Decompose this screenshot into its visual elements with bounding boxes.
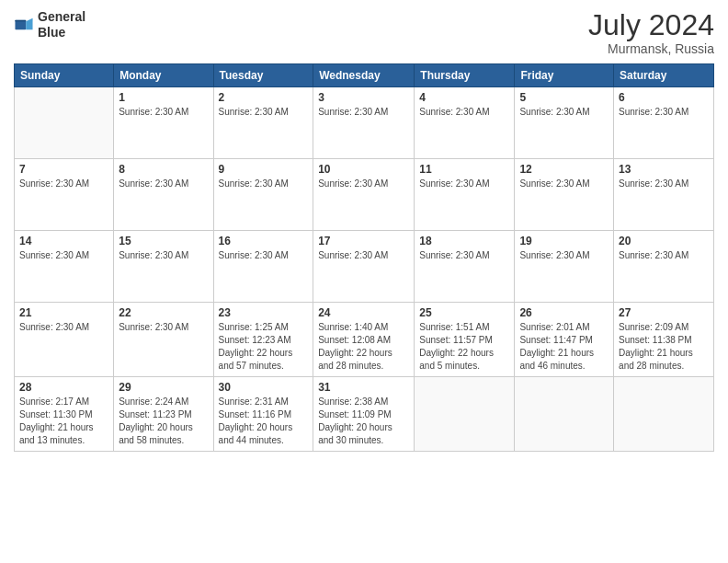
- logo-text: General Blue: [38, 9, 85, 40]
- day-info: Sunrise: 2:30 AM: [19, 321, 108, 334]
- day-info: Sunrise: 2:30 AM: [119, 249, 208, 262]
- week-row-4: 21Sunrise: 2:30 AM22Sunrise: 2:30 AM23Su…: [15, 303, 714, 377]
- day-info: Sunrise: 2:30 AM: [519, 249, 609, 262]
- calendar-cell-0-6: 6Sunrise: 2:30 AM: [614, 87, 714, 159]
- calendar-cell-0-2: 2Sunrise: 2:30 AM: [213, 87, 313, 159]
- week-row-5: 28Sunrise: 2:17 AMSunset: 11:30 PMDaylig…: [15, 377, 714, 452]
- page: General Blue July 2024 Murmansk, Russia …: [0, 0, 728, 563]
- calendar-cell-4-5: [515, 377, 614, 452]
- calendar-cell-1-2: 9Sunrise: 2:30 AM: [213, 159, 313, 231]
- day-number: 20: [619, 235, 709, 247]
- col-thursday: Thursday: [415, 64, 515, 87]
- day-number: 7: [19, 163, 108, 176]
- day-number: 9: [219, 163, 309, 176]
- calendar-cell-1-1: 8Sunrise: 2:30 AM: [114, 159, 213, 231]
- day-number: 30: [219, 381, 309, 394]
- day-number: 4: [419, 91, 509, 104]
- week-row-3: 14Sunrise: 2:30 AM15Sunrise: 2:30 AM16Su…: [15, 231, 714, 303]
- calendar-cell-4-6: [614, 377, 714, 452]
- calendar-cell-4-0: 28Sunrise: 2:17 AMSunset: 11:30 PMDaylig…: [15, 377, 114, 452]
- day-info: Sunrise: 2:09 AMSunset: 11:38 PMDaylight…: [619, 321, 709, 373]
- calendar-cell-4-2: 30Sunrise: 2:31 AMSunset: 11:16 PMDaylig…: [213, 377, 313, 452]
- col-monday: Monday: [114, 64, 213, 87]
- day-info: Sunrise: 2:38 AMSunset: 11:09 PMDaylight…: [318, 396, 409, 447]
- calendar-cell-3-5: 26Sunrise: 2:01 AMSunset: 11:47 PMDaylig…: [515, 303, 614, 377]
- day-info: Sunrise: 2:30 AM: [119, 321, 208, 334]
- day-info: Sunrise: 1:51 AMSunset: 11:57 PMDaylight…: [419, 321, 509, 373]
- day-info: Sunrise: 2:31 AMSunset: 11:16 PMDaylight…: [219, 396, 309, 447]
- day-number: 10: [318, 163, 409, 176]
- svg-marker-1: [26, 17, 32, 29]
- svg-rect-2: [15, 20, 26, 21]
- day-number: 29: [119, 381, 208, 394]
- calendar-cell-2-2: 16Sunrise: 2:30 AM: [213, 231, 313, 303]
- calendar-cell-0-4: 4Sunrise: 2:30 AM: [415, 87, 515, 159]
- calendar-cell-1-6: 13Sunrise: 2:30 AM: [614, 159, 714, 231]
- calendar-cell-3-6: 27Sunrise: 2:09 AMSunset: 11:38 PMDaylig…: [614, 303, 714, 377]
- calendar-cell-0-0: [15, 87, 114, 159]
- calendar-cell-3-3: 24Sunrise: 1:40 AMSunset: 12:08 AMDaylig…: [313, 303, 415, 377]
- col-wednesday: Wednesday: [313, 64, 415, 87]
- calendar-header: Sunday Monday Tuesday Wednesday Thursday…: [15, 64, 714, 87]
- day-number: 21: [19, 306, 108, 319]
- calendar-cell-3-0: 21Sunrise: 2:30 AM: [15, 303, 114, 377]
- day-info: Sunrise: 2:30 AM: [519, 178, 609, 190]
- calendar-cell-3-1: 22Sunrise: 2:30 AM: [114, 303, 213, 377]
- calendar-cell-2-5: 19Sunrise: 2:30 AM: [515, 231, 614, 303]
- day-info: Sunrise: 1:40 AMSunset: 12:08 AMDaylight…: [318, 321, 409, 373]
- calendar-cell-3-2: 23Sunrise: 1:25 AMSunset: 12:23 AMDaylig…: [213, 303, 313, 377]
- col-saturday: Saturday: [614, 64, 714, 87]
- day-info: Sunrise: 2:30 AM: [318, 249, 409, 262]
- day-info: Sunrise: 2:30 AM: [19, 249, 108, 262]
- day-number: 16: [219, 235, 309, 247]
- day-number: 23: [219, 306, 309, 319]
- days-of-week-row: Sunday Monday Tuesday Wednesday Thursday…: [15, 64, 714, 87]
- day-info: Sunrise: 2:30 AM: [619, 249, 709, 262]
- calendar-cell-4-3: 31Sunrise: 2:38 AMSunset: 11:09 PMDaylig…: [313, 377, 415, 452]
- calendar-cell-2-3: 17Sunrise: 2:30 AM: [313, 231, 415, 303]
- calendar-cell-4-4: [415, 377, 515, 452]
- day-info: Sunrise: 2:30 AM: [119, 178, 208, 190]
- day-info: Sunrise: 2:30 AM: [419, 106, 509, 119]
- calendar-cell-2-1: 15Sunrise: 2:30 AM: [114, 231, 213, 303]
- calendar-cell-0-3: 3Sunrise: 2:30 AM: [313, 87, 415, 159]
- calendar-cell-1-4: 11Sunrise: 2:30 AM: [415, 159, 515, 231]
- day-number: 12: [519, 163, 609, 176]
- day-number: 1: [119, 91, 208, 104]
- col-friday: Friday: [515, 64, 614, 87]
- day-info: Sunrise: 2:30 AM: [318, 106, 409, 119]
- day-number: 28: [19, 381, 108, 394]
- calendar-table: Sunday Monday Tuesday Wednesday Thursday…: [14, 63, 714, 452]
- day-number: 24: [318, 306, 409, 319]
- day-number: 3: [318, 91, 409, 104]
- day-info: Sunrise: 2:24 AMSunset: 11:23 PMDaylight…: [119, 396, 208, 447]
- calendar-cell-1-3: 10Sunrise: 2:30 AM: [313, 159, 415, 231]
- week-row-2: 7Sunrise: 2:30 AM8Sunrise: 2:30 AM9Sunri…: [15, 159, 714, 231]
- day-info: Sunrise: 2:30 AM: [219, 249, 309, 262]
- day-info: Sunrise: 1:25 AMSunset: 12:23 AMDaylight…: [219, 321, 309, 373]
- day-info: Sunrise: 2:30 AM: [318, 178, 409, 190]
- calendar-cell-3-4: 25Sunrise: 1:51 AMSunset: 11:57 PMDaylig…: [415, 303, 515, 377]
- col-sunday: Sunday: [15, 64, 114, 87]
- title-block: July 2024 Murmansk, Russia: [588, 9, 714, 56]
- day-number: 26: [519, 306, 609, 319]
- day-number: 5: [519, 91, 609, 104]
- day-number: 15: [119, 235, 208, 247]
- day-number: 14: [19, 235, 108, 247]
- day-number: 27: [619, 306, 709, 319]
- day-number: 2: [219, 91, 309, 104]
- calendar-cell-1-5: 12Sunrise: 2:30 AM: [515, 159, 614, 231]
- calendar-cell-0-1: 1Sunrise: 2:30 AM: [114, 87, 213, 159]
- logo: General Blue: [14, 9, 85, 40]
- col-tuesday: Tuesday: [213, 64, 313, 87]
- day-info: Sunrise: 2:17 AMSunset: 11:30 PMDaylight…: [19, 396, 108, 447]
- calendar-cell-1-0: 7Sunrise: 2:30 AM: [15, 159, 114, 231]
- day-info: Sunrise: 2:30 AM: [19, 178, 108, 190]
- day-number: 31: [318, 381, 409, 394]
- day-info: Sunrise: 2:01 AMSunset: 11:47 PMDaylight…: [519, 321, 609, 373]
- day-info: Sunrise: 2:30 AM: [619, 106, 709, 119]
- calendar-cell-2-0: 14Sunrise: 2:30 AM: [15, 231, 114, 303]
- calendar-cell-2-6: 20Sunrise: 2:30 AM: [614, 231, 714, 303]
- week-row-1: 1Sunrise: 2:30 AM2Sunrise: 2:30 AM3Sunri…: [15, 87, 714, 159]
- calendar-cell-4-1: 29Sunrise: 2:24 AMSunset: 11:23 PMDaylig…: [114, 377, 213, 452]
